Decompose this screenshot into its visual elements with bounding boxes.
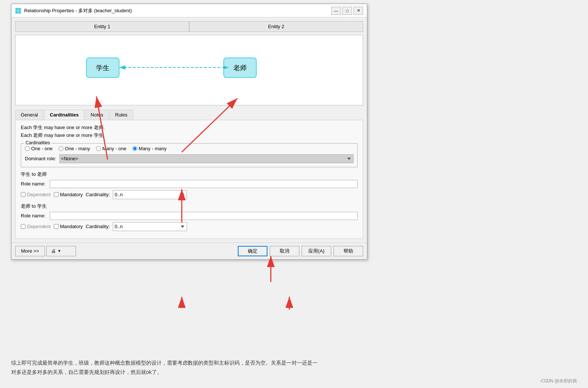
relationship-properties-window: Relationship Properties - 多对多 (teacher_s… [11, 4, 367, 260]
description: Each 学生 may have one or more 老师. Each 老师… [21, 124, 358, 139]
section1-role-input[interactable] [50, 180, 358, 188]
section2-dependent-check[interactable]: Dependent [21, 224, 51, 229]
svg-rect-0 [16, 8, 18, 10]
section2-cardinality-select[interactable]: 0..n 1..n 0..1 1..1 [113, 222, 187, 231]
bottom-line1: 综上即可完成最简单的学生，班级，教师这种概念数据模型的设计，需要考虑数据的类型和… [11, 358, 530, 368]
print-arrow-icon: ▼ [58, 249, 61, 253]
print-icon: 🖨 [51, 248, 56, 254]
radio-many-one-label: Many - one [102, 146, 127, 151]
footer: More >> 🖨 ▼ 确定 取消 应用(A) 帮助 [12, 243, 367, 259]
ok-button[interactable]: 确定 [238, 246, 267, 256]
title-bar: Relationship Properties - 多对多 (teacher_s… [12, 4, 367, 17]
section1-mandatory-checkbox[interactable] [54, 192, 59, 197]
section2-mandatory-check[interactable]: Mandatory [54, 224, 83, 229]
radio-group: One - one One - many Many - one Many - m… [25, 146, 354, 151]
main-content: Entity 1 Entity 2 学生 老师 [12, 17, 367, 243]
section1-dependent-label: Dependent [27, 192, 51, 197]
watermark: CSDN @赤胆的我 [541, 378, 577, 384]
section2-mandatory-label: Mandatory [60, 224, 83, 229]
entity1-header: Entity 1 [15, 21, 189, 32]
desc-line1: Each 学生 may have one or more 老师. [21, 124, 358, 132]
print-button[interactable]: 🖨 ▼ [46, 246, 76, 256]
tab-cardinalities[interactable]: Cardinalities [44, 110, 84, 120]
radio-many-one-input[interactable] [96, 146, 101, 151]
section1-dependent-checkbox[interactable] [21, 192, 26, 197]
section2-dependent-checkbox[interactable] [21, 224, 26, 229]
radio-one-one[interactable]: One - one [25, 146, 53, 151]
section2: 老师 to 学生 Role name: Dependent Mandatory … [21, 203, 358, 231]
dominant-role-label: Dominant role: [25, 156, 56, 161]
window-icon [15, 8, 21, 14]
entity1-name: 学生 [96, 63, 109, 72]
section2-mandatory-checkbox[interactable] [54, 224, 59, 229]
radio-many-many[interactable]: Many - many [132, 146, 167, 151]
footer-left: More >> 🖨 ▼ [15, 246, 236, 256]
cancel-button[interactable]: 取消 [270, 246, 299, 256]
desc-line2: Each 老师 may have one or more 学生. [21, 132, 358, 139]
footer-right: 确定 取消 应用(A) 帮助 [238, 246, 363, 256]
diagram-svg [16, 35, 363, 105]
section1-mandatory-check[interactable]: Mandatory [54, 192, 83, 197]
svg-rect-1 [19, 8, 21, 10]
close-button[interactable]: ✕ [354, 7, 363, 15]
apply-button[interactable]: 应用(A) [302, 246, 331, 256]
bottom-line2: 对多还是多对多的关系，自己需要先规划好再设计，然后就ok了。 [11, 368, 530, 377]
tab-general[interactable]: General [15, 110, 43, 120]
help-button[interactable]: 帮助 [334, 246, 363, 256]
tab-rules[interactable]: Rules [109, 110, 133, 120]
section1-header: 学生 to 老师 [21, 171, 358, 178]
maximize-button[interactable]: □ [342, 7, 352, 15]
radio-many-many-label: Many - many [139, 146, 167, 151]
title-bar-controls: — □ ✕ [331, 7, 363, 15]
tab-content: Each 学生 may have one or more 老师. Each 老师… [15, 120, 363, 239]
entity1-box: 学生 [86, 57, 119, 78]
dominant-role-row: Dominant role: <None> [25, 154, 354, 163]
diagram-area: 学生 老师 [15, 35, 363, 105]
radio-one-many-label: One - many [65, 146, 90, 151]
minimize-button[interactable]: — [331, 7, 341, 15]
cardinalities-group: Cardinalities One - one One - many Many … [21, 143, 358, 167]
section2-role-input[interactable] [50, 212, 358, 220]
svg-rect-2 [16, 11, 18, 13]
bottom-text: 综上即可完成最简单的学生，班级，教师这种概念数据模型的设计，需要考虑数据的类型和… [11, 358, 530, 377]
section1-role-label: Role name: [21, 181, 47, 187]
section2-dependent-label: Dependent [27, 224, 51, 229]
section2-role-row: Role name: [21, 212, 358, 220]
more-button[interactable]: More >> [15, 246, 45, 256]
dominant-role-select[interactable]: <None> [59, 154, 354, 163]
radio-one-many-input[interactable] [59, 146, 63, 151]
radio-one-many[interactable]: One - many [59, 146, 90, 151]
entity2-box: 老师 [223, 57, 257, 78]
window-title: Relationship Properties - 多对多 (teacher_s… [24, 7, 132, 14]
section2-check-row: Dependent Mandatory Cardinality: 0..n 1.… [21, 222, 358, 231]
radio-many-one[interactable]: Many - one [96, 146, 127, 151]
tab-notes[interactable]: Notes [85, 110, 109, 120]
section2-role-label: Role name: [21, 213, 47, 218]
radio-one-one-input[interactable] [25, 146, 30, 151]
section2-header: 老师 to 学生 [21, 203, 358, 210]
section2-cardinality-label: Cardinality: [86, 224, 110, 229]
section1-cardinality-label: Cardinality: [86, 192, 110, 197]
section1-mandatory-label: Mandatory [60, 192, 83, 197]
entity-header: Entity 1 Entity 2 [15, 21, 363, 32]
radio-many-many-input[interactable] [132, 146, 137, 151]
entity2-header: Entity 2 [189, 21, 363, 32]
cardinalities-group-label: Cardinalities [24, 140, 52, 145]
section1-cardinality-select[interactable]: 0..n 1..n 0..1 1..1 [113, 190, 187, 199]
section1-check-row: Dependent Mandatory Cardinality: 0..n 1.… [21, 190, 358, 199]
entity2-name: 老师 [233, 63, 247, 72]
section1-role-row: Role name: [21, 180, 358, 188]
section1: 学生 to 老师 Role name: Dependent Mandatory … [21, 171, 358, 199]
svg-rect-3 [19, 11, 21, 13]
tabs: General Cardinalities Notes Rules [15, 110, 363, 120]
section1-dependent-check[interactable]: Dependent [21, 192, 51, 197]
radio-one-one-label: One - one [31, 146, 53, 151]
title-bar-left: Relationship Properties - 多对多 (teacher_s… [15, 7, 132, 14]
